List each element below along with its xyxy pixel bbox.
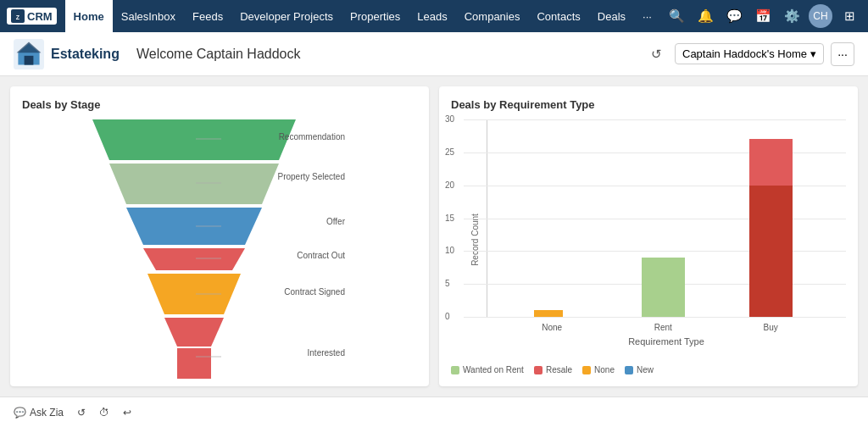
bar-label-none: None (523, 323, 581, 332)
ask-zia-button[interactable]: 💬 Ask Zia (14, 407, 64, 419)
bar-label-rent: Rent (631, 323, 695, 332)
bar-buy-resale (749, 139, 793, 185)
bottom-bar: 💬 Ask Zia ↺ ⏱ ↩ (0, 396, 868, 427)
bar-buy-new (749, 186, 793, 317)
nav-item-contacts[interactable]: Contacts (528, 0, 588, 32)
app-logo: Z CRM (7, 8, 57, 25)
bottom-refresh-button[interactable]: ↺ (77, 407, 86, 419)
svg-marker-6 (92, 119, 296, 160)
chart-legend: Wanted on Rent Resale None New (451, 365, 846, 374)
nav-item-leads[interactable]: Leads (409, 0, 455, 32)
main-content: Deals by Stage (0, 76, 868, 396)
funnel-chart-area: Recommendation Property Selected Offer C… (22, 119, 417, 382)
svg-text:Z: Z (16, 14, 20, 20)
nav-item-feeds[interactable]: Feeds (184, 0, 231, 32)
funnel-label-property-selected: Property Selected (278, 172, 346, 181)
settings-icon[interactable]: ⚙️ (780, 4, 804, 28)
svg-rect-12 (177, 348, 211, 379)
funnel-chart-card: Deals by Stage (10, 86, 429, 386)
home-view-dropdown[interactable]: Captain Haddock's Home ▾ (675, 43, 824, 64)
y-axis-label: Record Count (470, 214, 480, 266)
refresh-button[interactable]: ↺ (644, 42, 668, 66)
timer-icon: ⏱ (99, 407, 109, 419)
crm-logo-icon: Z (11, 9, 25, 23)
nav-item-more[interactable]: ··· (634, 0, 660, 32)
funnel-chart-title: Deals by Stage (22, 98, 417, 111)
chart-area: 30 25 20 15 10 5 (487, 119, 846, 318)
svg-marker-9 (143, 248, 245, 270)
funnel-label-recommendation: Recommendation (279, 132, 345, 141)
calendar-icon[interactable]: 📅 (751, 4, 775, 28)
bottom-back-button[interactable]: ↩ (123, 407, 131, 419)
bell-icon[interactable]: 🔔 (693, 4, 717, 28)
svg-marker-8 (126, 208, 262, 245)
app-name: CRM (27, 10, 53, 23)
nav-item-companies[interactable]: Companies (456, 0, 529, 32)
nav-item-deals[interactable]: Deals (589, 0, 634, 32)
user-avatar[interactable]: CH (809, 4, 832, 28)
top-navigation: Z CRM Home SalesInbox Feeds Developer Pr… (0, 0, 868, 32)
svg-marker-11 (164, 318, 224, 347)
zia-icon: 💬 (14, 407, 26, 419)
legend-dot-none (582, 366, 591, 374)
legend-resale: Resale (534, 365, 572, 374)
header-right-controls: ↺ Captain Haddock's Home ▾ ··· (644, 42, 854, 66)
bottom-refresh-icon: ↺ (77, 407, 86, 419)
apps-icon[interactable]: ⊞ (837, 4, 861, 28)
brand-logo-icon (14, 39, 44, 69)
ask-zia-label: Ask Zia (30, 407, 64, 419)
bottom-timer-button[interactable]: ⏱ (99, 407, 109, 419)
x-axis-label: Requirement Type (487, 336, 846, 347)
legend-dot-new (625, 366, 633, 374)
chat-icon[interactable]: 💬 (722, 4, 746, 28)
legend-none: None (582, 365, 615, 374)
nav-menu: Home SalesInbox Feeds Developer Projects… (65, 0, 665, 32)
back-icon: ↩ (123, 407, 131, 419)
legend-wanted-on-rent: Wanted on Rent (451, 365, 524, 374)
welcome-message: Welcome Captain Haddock (136, 47, 644, 62)
nav-item-properties[interactable]: Properties (342, 0, 409, 32)
nav-item-developer-projects[interactable]: Developer Projects (231, 0, 342, 32)
header-bar: Estateking Welcome Captain Haddock ↺ Cap… (0, 32, 868, 76)
legend-new: New (625, 365, 654, 374)
legend-dot-resale (534, 366, 542, 374)
home-dropdown-label: Captain Haddock's Home (682, 47, 807, 60)
bar-rent-wanted (642, 258, 685, 317)
header-more-button[interactable]: ··· (831, 42, 854, 66)
funnel-label-interested: Interested (308, 348, 345, 358)
legend-label-wanted-on-rent: Wanted on Rent (463, 365, 524, 374)
funnel-label-contract-out: Contract Out (297, 251, 345, 260)
bar-label-buy: Buy (738, 323, 803, 332)
svg-marker-7 (109, 164, 279, 204)
brand-logo: Estateking (14, 39, 120, 69)
legend-label-new: New (637, 365, 654, 374)
grid-line-0: 0 (464, 317, 846, 318)
grid-line-30: 30 (464, 119, 846, 120)
legend-label-resale: Resale (546, 365, 572, 374)
nav-item-home[interactable]: Home (65, 0, 113, 32)
nav-right-icons: 🔍 🔔 💬 📅 ⚙️ CH ⊞ (665, 4, 861, 28)
bar-chart-card: Deals by Requirement Type Record Count 3… (439, 86, 858, 386)
funnel-label-contract-signed: Contract Signed (284, 287, 345, 297)
svg-rect-4 (25, 55, 34, 64)
chevron-down-icon: ▾ (810, 47, 816, 60)
bar-none-none (534, 310, 563, 317)
search-icon[interactable]: 🔍 (665, 4, 688, 28)
funnel-label-offer: Offer (326, 217, 345, 226)
legend-label-none: None (594, 365, 615, 374)
funnel-svg (84, 119, 304, 382)
bar-chart-title: Deals by Requirement Type (451, 98, 846, 111)
nav-item-salesinbox[interactable]: SalesInbox (113, 0, 184, 32)
brand-name-text: Estateking (51, 47, 120, 62)
svg-marker-10 (147, 274, 241, 314)
legend-dot-wanted-on-rent (451, 366, 459, 374)
